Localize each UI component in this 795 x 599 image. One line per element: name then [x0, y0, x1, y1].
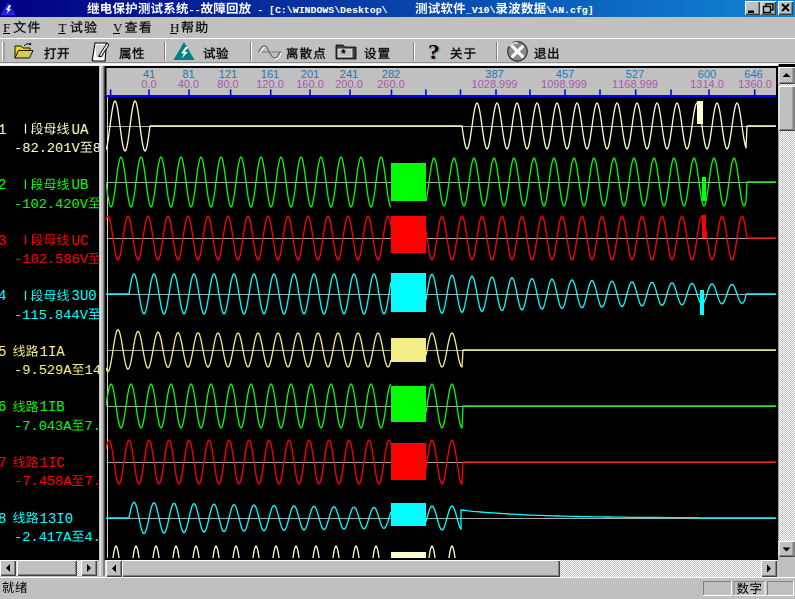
svg-text:3U0: 3U0 — [72, 288, 97, 304]
svg-text:260.0: 260.0 — [377, 78, 405, 90]
svg-text:1IC: 1IC — [40, 455, 65, 471]
svg-text:-7.043A: -7.043A — [14, 419, 72, 434]
svg-text:_V10\: _V10\ — [465, 5, 496, 16]
svg-text:-2.417A: -2.417A — [14, 530, 72, 545]
svg-text:1IA: 1IA — [40, 344, 66, 360]
svg-text:*: * — [341, 47, 346, 61]
svg-text:200.0: 200.0 — [335, 78, 363, 90]
svg-text:-: - — [257, 5, 263, 16]
svg-text:UC: UC — [72, 233, 89, 249]
svg-text:13I0: 13I0 — [40, 511, 74, 527]
svg-text:V: V — [113, 20, 123, 35]
svg-text:2: 2 — [0, 177, 6, 193]
svg-text:120.0: 120.0 — [256, 78, 284, 90]
svg-text:UB: UB — [72, 177, 89, 193]
svg-text:1IB: 1IB — [40, 399, 65, 415]
svg-text:0.0: 0.0 — [141, 78, 156, 90]
svg-text:4.: 4. — [85, 530, 101, 545]
svg-text:F: F — [3, 20, 10, 35]
svg-text:--: -- — [189, 5, 201, 16]
svg-text:4: 4 — [0, 288, 6, 304]
svg-text:-115.844V: -115.844V — [14, 308, 89, 323]
svg-text:-102.586V: -102.586V — [14, 252, 89, 267]
svg-text:7.: 7. — [85, 474, 101, 489]
svg-text:3: 3 — [0, 233, 6, 249]
svg-text:\AN.cfg]: \AN.cfg] — [546, 5, 593, 16]
svg-text:14: 14 — [85, 363, 101, 378]
svg-text:-7.458A: -7.458A — [14, 474, 72, 489]
svg-text:40.0: 40.0 — [178, 78, 199, 90]
svg-text:8: 8 — [0, 511, 6, 527]
svg-text:T: T — [59, 20, 67, 35]
svg-text:1098.999: 1098.999 — [541, 78, 587, 90]
svg-text:80.0: 80.0 — [217, 78, 238, 90]
svg-text:1314.0: 1314.0 — [690, 78, 724, 90]
svg-text:1168.999: 1168.999 — [612, 78, 658, 90]
svg-text:1: 1 — [0, 122, 6, 138]
svg-text:-9.529A: -9.529A — [14, 363, 72, 378]
svg-text:5: 5 — [0, 344, 6, 360]
svg-text:-102.420V: -102.420V — [14, 197, 89, 212]
svg-text:6: 6 — [0, 399, 6, 415]
svg-text:1360.0: 1360.0 — [738, 78, 772, 90]
svg-text:160.0: 160.0 — [296, 78, 324, 90]
svg-text:[C:\WINDOWS\Desktop\: [C:\WINDOWS\Desktop\ — [269, 5, 388, 16]
svg-text:H: H — [170, 20, 179, 35]
svg-text:-82.201V: -82.201V — [14, 141, 80, 156]
svg-text:1028.999: 1028.999 — [472, 78, 518, 90]
svg-text:7.: 7. — [85, 419, 101, 434]
svg-text:7: 7 — [0, 455, 6, 471]
svg-text:?: ? — [428, 40, 440, 64]
svg-text:UA: UA — [72, 122, 89, 138]
